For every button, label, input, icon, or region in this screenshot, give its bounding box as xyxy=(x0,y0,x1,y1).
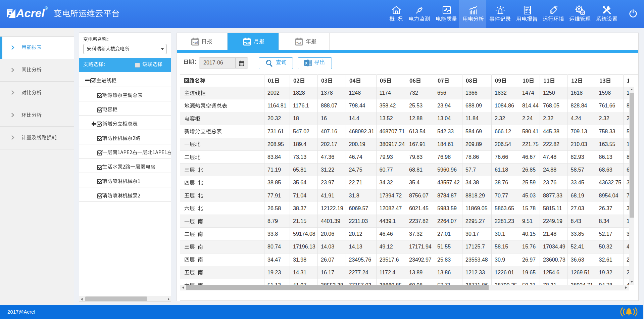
svg-text:+1Y: +1Y xyxy=(296,41,302,44)
svg-text:+1M: +1M xyxy=(244,41,250,44)
svg-text:+1d: +1d xyxy=(193,41,198,44)
svg-text:X: X xyxy=(305,61,308,65)
